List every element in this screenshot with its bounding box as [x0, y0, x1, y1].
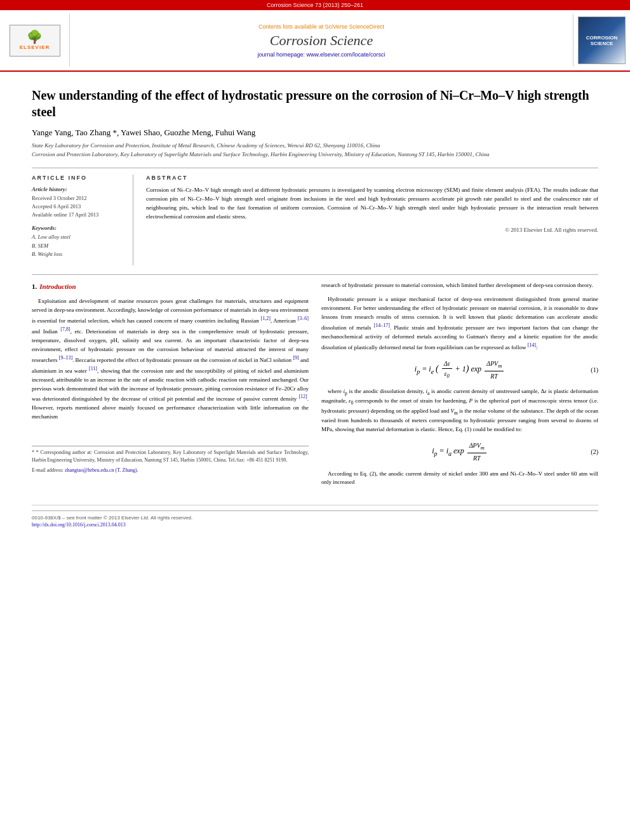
journal-thumbnail-section: CORROSION SCIENCE — [573, 14, 630, 67]
formula-2-block: ip = ia exp ΔPVm RT (2) — [321, 441, 598, 463]
keyword-2: B. SEM — [32, 242, 124, 251]
body-divider — [32, 274, 598, 275]
abstract-panel: ABSTRACT Corrosion of Ni–Cr–Mo–V high st… — [146, 175, 598, 265]
footnote-star-symbol: * — [32, 450, 36, 455]
elsevier-logo-section: 🌳 ELSEVIER — [0, 14, 70, 67]
ref-9-13[interactable]: [9–13] — [59, 355, 72, 361]
journal-title: Corrosion Science — [270, 32, 373, 49]
sciverse-link-text[interactable]: Contents lists available at SciVerse Sci… — [258, 23, 384, 30]
right-para-1: research of hydrostatic pressure to mate… — [321, 281, 598, 290]
formula-2-number: (2) — [591, 447, 598, 457]
intro-paragraph-1: Exploitation and development of marine r… — [32, 297, 309, 422]
elsevier-logo-box: 🌳 ELSEVIER — [10, 25, 60, 57]
affiliation-1: State Key Laboratory for Corrosion and P… — [32, 142, 380, 149]
keyword-1: A. Low alloy steel — [32, 233, 124, 242]
formula-2-fraction: ΔPVm RT — [467, 441, 486, 463]
journal-citation-bar: Corrosion Science 73 (2013) 250–261 — [0, 0, 630, 10]
ref-14[interactable]: [14] — [528, 342, 536, 348]
formula-1-block: ip = ie ( Δε ε0 + 1) exp ΔPVm RT (1) — [321, 359, 598, 381]
formula-1-fraction: Δε ε0 — [442, 359, 452, 381]
journal-homepage[interactable]: journal homepage: www.elsevier.com/locat… — [257, 51, 385, 58]
abstract-label: ABSTRACT — [146, 175, 598, 181]
sciverse-link-label[interactable]: SciVerse ScienceDirect — [325, 23, 385, 30]
footer-doi-link[interactable]: http://dx.doi.org/10.1016/j.corsci.2013.… — [32, 522, 126, 528]
right-para-2: Hydrostatic pressure is a unique mechani… — [321, 295, 598, 352]
formula-1-number: (1) — [591, 365, 598, 375]
footnote-author-text: * Corresponding author at: Corrosion and… — [32, 450, 309, 463]
article-body-columns: 1.Introduction Exploitation and developm… — [32, 281, 598, 492]
footer-doi[interactable]: http://dx.doi.org/10.1016/j.corsci.2013.… — [32, 522, 598, 528]
footnote-email-label: E-mail address: — [32, 467, 65, 473]
ref-1-2[interactable]: [1,2] — [260, 316, 270, 321]
article-info-abstract-section: ARTICLE INFO Article history: Received 3… — [32, 175, 598, 265]
accepted-date: Accepted 6 April 2013 — [32, 203, 124, 211]
section-1-heading: 1.Introduction — [32, 281, 309, 292]
article-main-content: New understanding of the effect of hydro… — [0, 72, 630, 538]
body-left-column: 1.Introduction Exploitation and developm… — [32, 281, 309, 492]
section-1-number: 1. — [32, 283, 37, 290]
footnote-email-section: E-mail address: zhangtao@hrbeu.edu.cn (T… — [32, 467, 309, 474]
footnote-email-address[interactable]: zhangtao@hrbeu.edu.cn (T. Zhang). — [65, 467, 138, 473]
journal-cover-text: CORROSION SCIENCE — [586, 35, 617, 46]
abstract-text: Corrosion of Ni–Cr–Mo–V high strength st… — [146, 186, 598, 222]
footer-issn: 0010-938X/$ – see front matter © 2013 El… — [32, 515, 192, 521]
footnote-area: * * Corresponding author at: Corrosion a… — [32, 427, 309, 474]
journal-cover-thumbnail: CORROSION SCIENCE — [578, 17, 626, 64]
elsevier-wordmark: ELSEVIER — [20, 44, 50, 50]
received-date: Received 3 October 2012 — [32, 194, 124, 203]
journal-citation-text: Corrosion Science 73 (2013) 250–261 — [267, 2, 363, 8]
affiliation-2: Corrosion and Protection Laboratory, Key… — [32, 151, 490, 157]
authors-text: Yange Yang, Tao Zhang *, Yawei Shao, Guo… — [32, 128, 255, 137]
keywords-title: Keywords: — [32, 225, 124, 231]
footnote-corresponding-author: * * Corresponding author at: Corrosion a… — [32, 449, 309, 464]
body-right-column: research of hydrostatic pressure to mate… — [321, 281, 598, 492]
formula-1-exp-fraction: ΔPVm RT — [485, 359, 504, 381]
copyright-line: © 2013 Elsevier Ltd. All rights reserved… — [146, 227, 598, 233]
article-info-panel: ARTICLE INFO Article history: Received 3… — [32, 175, 133, 265]
journal-info-center: Contents lists available at SciVerse Sci… — [70, 14, 573, 67]
affiliations: State Key Laboratory for Corrosion and P… — [32, 142, 598, 159]
elsevier-tree-icon: 🌳 — [27, 30, 43, 43]
formula-2-content: ip = ia exp ΔPVm RT — [432, 441, 488, 463]
section-1-title: Introduction — [39, 283, 76, 290]
contents-available-text: Contents lists available at — [258, 23, 325, 30]
ref-11[interactable]: [11] — [89, 366, 97, 371]
ref-9[interactable]: [9] — [293, 355, 298, 361]
ref-7-8[interactable]: [7,8] — [60, 326, 70, 332]
available-date: Available online 17 April 2013 — [32, 211, 124, 219]
journal-header: 🌳 ELSEVIER Contents lists available at S… — [0, 10, 630, 72]
ref-12[interactable]: [12] — [298, 394, 307, 399]
keyword-3: B. Weight loss — [32, 250, 124, 259]
ref-14-17[interactable]: [14–17] — [374, 323, 390, 328]
article-history-group: Article history: Received 3 October 2012… — [32, 186, 124, 218]
article-title: New understanding of the effect of hydro… — [32, 87, 598, 120]
right-para-4: According to Eq. (2), the anodic current… — [321, 470, 598, 488]
keyword-list: A. Low alloy steel B. SEM B. Weight loss — [32, 233, 124, 259]
footer-bar: 0010-938X/$ – see front matter © 2013 El… — [32, 510, 598, 521]
header-divider — [32, 168, 598, 168]
keywords-group: Keywords: A. Low alloy steel B. SEM B. W… — [32, 225, 124, 259]
page-footer: 0010-938X/$ – see front matter © 2013 El… — [32, 505, 598, 528]
right-para-3: where ip is the anodic dissolution densi… — [321, 387, 598, 434]
formula-1-content: ip = ie ( Δε ε0 + 1) exp ΔPVm RT — [415, 359, 505, 381]
ref-3-6[interactable]: [3–6] — [298, 316, 309, 321]
article-history-title: Article history: — [32, 186, 124, 192]
authors-line: Yange Yang, Tao Zhang *, Yawei Shao, Guo… — [32, 128, 598, 138]
article-info-label: ARTICLE INFO — [32, 175, 124, 181]
